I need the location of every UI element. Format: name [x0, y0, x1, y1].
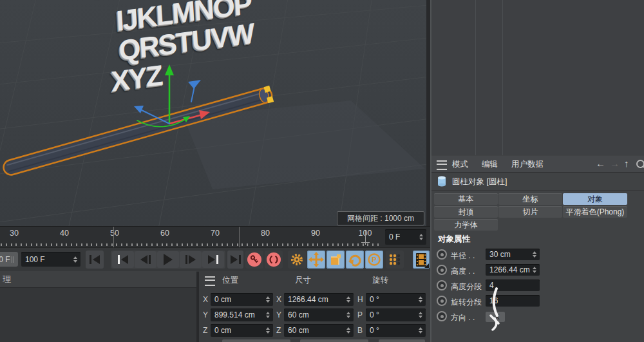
triangle-right-icon: [208, 255, 215, 264]
triangle-right-icon: [189, 255, 196, 264]
tab-coordinates[interactable]: 坐标: [498, 193, 562, 205]
stepper-icon[interactable]: [345, 312, 354, 318]
timeline-film-button[interactable]: [413, 251, 430, 269]
pos-y-field[interactable]: 899.514 cm: [211, 309, 273, 321]
parameter-p-icon: P: [366, 252, 382, 267]
go-to-start-button[interactable]: [86, 251, 104, 269]
size-y-field[interactable]: 60 cm: [284, 309, 354, 321]
coord-button-clipped[interactable]: [300, 339, 368, 342]
stepper-icon[interactable]: [345, 327, 354, 334]
forward-arrow-icon[interactable]: →: [610, 158, 620, 169]
previous-key-button[interactable]: [112, 251, 134, 268]
next-key-button[interactable]: [202, 251, 224, 268]
size-x-label: X: [276, 295, 281, 304]
stepper-icon[interactable]: [345, 296, 354, 303]
prop-radius-field[interactable]: 30 cm: [486, 249, 540, 260]
rotate-arrows-icon: [348, 252, 362, 267]
stepper-icon[interactable]: [417, 296, 426, 303]
keyframe-selection-button[interactable]: [288, 251, 306, 269]
ruler-ticks[interactable]: [1, 243, 382, 246]
hamburger-menu-icon[interactable]: [437, 160, 447, 170]
move-arrows-icon: [308, 252, 324, 267]
triangle-right-icon: [231, 255, 238, 264]
attribute-manager: 模式 编辑 用户数据 ← → ↑ 圆柱对象 [圆柱] 基本 坐标 对象 封顶 切…: [430, 155, 644, 342]
grip-icon: [14, 256, 14, 263]
tab-basic[interactable]: 基本: [434, 193, 498, 205]
current-frame-field[interactable]: 0 F: [385, 229, 426, 245]
rot-p-field[interactable]: 0 °: [366, 309, 426, 321]
tab-caps[interactable]: 封顶: [434, 206, 498, 218]
keyable-radio-icon[interactable]: [437, 265, 447, 275]
timeline-range-handle[interactable]: 0 F: [0, 252, 18, 267]
previous-frame-button[interactable]: [135, 251, 156, 268]
prop-height-field[interactable]: 1266.44 cm: [486, 264, 540, 276]
back-arrow-icon[interactable]: ←: [596, 158, 605, 169]
stepper-icon[interactable]: [264, 312, 273, 318]
bar-icon: [149, 255, 151, 264]
stepper-icon[interactable]: [417, 327, 426, 334]
pos-x-field[interactable]: 0 cm: [211, 293, 273, 306]
stepper-icon[interactable]: [417, 234, 426, 240]
stepper-icon[interactable]: [531, 267, 540, 273]
playback-group: [111, 251, 225, 269]
keyable-radio-icon[interactable]: [437, 249, 447, 260]
3d-text-row-4[interactable]: XYZ: [110, 59, 163, 98]
tab-slice[interactable]: 切片: [498, 206, 562, 218]
stepper-icon[interactable]: [417, 312, 426, 318]
stepper-icon[interactable]: [264, 327, 273, 334]
triangle-left-icon: [121, 255, 128, 264]
coord-button-clipped[interactable]: [379, 339, 425, 342]
keyable-radio-icon[interactable]: [437, 280, 447, 290]
tab-phong[interactable]: 平滑着色(Phong): [563, 206, 627, 218]
ruler-label: 90: [311, 229, 320, 238]
pos-x-label: X: [203, 295, 208, 304]
stepper-icon[interactable]: [531, 251, 540, 258]
stepper-icon[interactable]: [71, 256, 80, 263]
record-keyframe-button[interactable]: [245, 251, 263, 269]
go-to-end-button[interactable]: [227, 251, 243, 269]
z-bank-line: [191, 86, 194, 102]
keyable-radio-icon[interactable]: [437, 311, 447, 321]
viewport-3d[interactable]: ABCDEFGH IJKLMNOP QRSTUVW XYZ 网格间距 : 100…: [0, 0, 426, 226]
stepper-icon[interactable]: [264, 296, 273, 303]
hamburger-menu-icon[interactable]: [205, 276, 215, 286]
record-parameter-toggle[interactable]: P: [365, 251, 383, 269]
play-button[interactable]: [157, 251, 179, 268]
scale-box-icon: [328, 252, 343, 267]
menu-mode[interactable]: 模式: [452, 159, 468, 170]
pos-z-field[interactable]: 0 cm: [211, 324, 273, 337]
column-header-position: 位置: [222, 275, 238, 286]
coord-button-clipped[interactable]: [222, 339, 290, 342]
rot-b-field[interactable]: 0 °: [366, 324, 426, 337]
search-icon[interactable]: [636, 160, 644, 168]
object-header-row[interactable]: 圆柱对象 [圆柱]: [431, 172, 644, 191]
autokey-icon: [267, 252, 281, 267]
size-x-field[interactable]: 1266.44 cm: [284, 293, 354, 306]
pos-z-label: Z: [203, 326, 207, 335]
keyable-radio-icon[interactable]: [437, 296, 447, 306]
timeline-ruler[interactable]: 30 40 50 60 70 80 90 100 0 F: [0, 226, 430, 248]
next-frame-button[interactable]: [180, 251, 202, 268]
ruler-label: 60: [160, 229, 169, 238]
corner-flag-icon: [424, 263, 429, 268]
current-frame-value[interactable]: 0 F: [385, 233, 400, 242]
frame-100-marker-foot: [361, 242, 370, 243]
grip-icon: [12, 256, 12, 263]
up-arrow-icon[interactable]: ↑: [624, 158, 629, 169]
tab-dynamics[interactable]: 力学体: [434, 219, 498, 231]
rot-h-label: H: [357, 295, 363, 304]
tab-object[interactable]: 对象: [563, 193, 627, 205]
size-z-field[interactable]: 60 cm: [284, 324, 354, 337]
autokeying-button[interactable]: [265, 251, 283, 269]
menu-userdata[interactable]: 用户数据: [511, 159, 544, 170]
bar-icon: [239, 255, 241, 264]
record-pla-toggle[interactable]: [386, 251, 404, 269]
panel-divider: [502, 0, 503, 155]
record-position-toggle[interactable]: [307, 251, 325, 269]
record-scale-toggle[interactable]: [327, 251, 345, 269]
end-frame-value[interactable]: 100 F: [21, 255, 45, 264]
end-frame-field[interactable]: 100 F: [21, 252, 80, 267]
menu-edit[interactable]: 编辑: [482, 159, 498, 170]
rot-h-field[interactable]: 0 °: [366, 293, 426, 306]
record-rotation-toggle[interactable]: [346, 251, 364, 269]
